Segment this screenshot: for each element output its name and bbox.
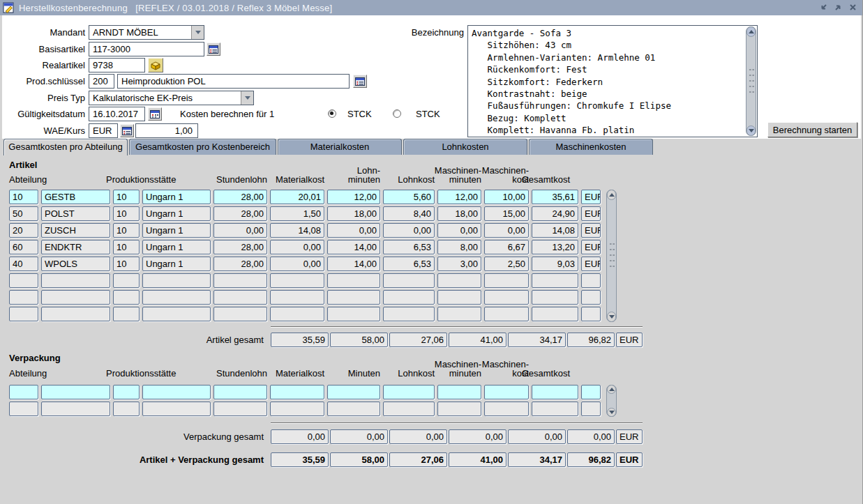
table-cell[interactable]: [484, 307, 529, 321]
restore-icon[interactable]: [833, 2, 843, 13]
table-cell[interactable]: [213, 385, 267, 399]
table-cell[interactable]: 0,00: [270, 240, 324, 254]
close-icon[interactable]: [848, 2, 858, 13]
kurs-input[interactable]: 1,00: [135, 123, 198, 138]
table-cell[interactable]: 8,40: [383, 206, 435, 221]
table-cell[interactable]: [327, 385, 380, 399]
table-cell[interactable]: 20,01: [270, 190, 324, 204]
table-cell[interactable]: [581, 273, 601, 288]
table-cell[interactable]: [41, 290, 110, 305]
tab-lohnkosten[interactable]: Lohnkosten: [403, 139, 527, 155]
table-cell[interactable]: EUR: [581, 257, 601, 271]
calendar-button[interactable]: [148, 107, 162, 121]
tab-gesamtkosten-pro-abteilung[interactable]: Gesamtkosten pro Abteilung: [3, 139, 128, 155]
table-cell[interactable]: Ungarn 1: [142, 257, 211, 271]
table-cell[interactable]: [327, 290, 380, 305]
table-cell[interactable]: 18,00: [327, 206, 380, 221]
table-cell[interactable]: EUR: [581, 206, 601, 221]
table-cell[interactable]: [484, 402, 529, 416]
table-cell[interactable]: [9, 290, 38, 305]
mandant-select[interactable]: ARNDT MÖBEL: [89, 25, 204, 40]
artikel-table-scrollbar[interactable]: [606, 190, 617, 322]
stck-radio-2[interactable]: [393, 109, 401, 118]
table-cell[interactable]: [484, 385, 529, 399]
table-cell[interactable]: [9, 307, 38, 321]
table-cell[interactable]: [581, 402, 601, 416]
table-cell[interactable]: [9, 273, 38, 288]
prodschluessel-name-input[interactable]: Heimproduktion POL: [117, 74, 350, 89]
stck-radio-1[interactable]: [328, 109, 336, 118]
table-cell[interactable]: 10: [113, 206, 140, 221]
table-cell[interactable]: 14,00: [327, 240, 380, 254]
table-cell[interactable]: 2,50: [484, 257, 529, 271]
bezeichnung-textarea[interactable]: Avantgarde - Sofa 3 Sitzhöhen: 43 cm Arm…: [467, 25, 758, 137]
table-cell[interactable]: 0,00: [213, 223, 267, 238]
minimize-icon[interactable]: [818, 2, 829, 13]
table-cell[interactable]: [327, 402, 380, 416]
table-cell[interactable]: [327, 307, 380, 321]
table-cell[interactable]: 28,00: [213, 190, 267, 204]
table-cell[interactable]: [437, 385, 481, 399]
table-cell[interactable]: [142, 273, 211, 288]
table-cell[interactable]: EUR: [581, 240, 601, 254]
chevron-down-icon[interactable]: [191, 26, 204, 39]
scroll-up-icon[interactable]: [746, 26, 756, 37]
table-cell[interactable]: [213, 290, 267, 305]
table-cell[interactable]: GESTB: [41, 190, 110, 204]
table-cell[interactable]: [437, 307, 481, 321]
table-cell[interactable]: [437, 273, 481, 288]
table-cell[interactable]: Ungarn 1: [142, 190, 211, 204]
chevron-down-icon[interactable]: [241, 91, 253, 105]
table-cell[interactable]: [41, 307, 110, 321]
realartikel-config-button[interactable]: [148, 58, 163, 72]
table-cell[interactable]: 0,00: [383, 223, 435, 238]
berechnung-starten-button[interactable]: Berechnung starten: [767, 122, 857, 137]
table-cell[interactable]: 10: [9, 190, 38, 204]
table-cell[interactable]: WPOLS: [41, 257, 110, 271]
table-cell[interactable]: 28,00: [213, 206, 267, 221]
table-cell[interactable]: 35,61: [532, 190, 578, 204]
table-cell[interactable]: [581, 290, 601, 305]
basisartikel-input[interactable]: 117-3000: [89, 42, 204, 56]
table-cell[interactable]: 5,60: [383, 190, 435, 204]
table-cell[interactable]: 10,00: [484, 190, 529, 204]
table-cell[interactable]: [437, 290, 481, 305]
table-cell[interactable]: [9, 402, 38, 416]
scroll-down-icon[interactable]: [607, 408, 616, 417]
tab-gesamtkosten-pro-kostenbereich[interactable]: Gesamtkosten pro Kostenbereich: [129, 139, 276, 155]
table-cell[interactable]: 18,00: [437, 206, 481, 221]
table-cell[interactable]: 14,08: [270, 223, 324, 238]
table-cell[interactable]: [383, 290, 435, 305]
titlebar[interactable]: Herstellkostenberechnung [REFLEX / 03.01…: [0, 0, 862, 15]
wae-lov-button[interactable]: [120, 124, 134, 137]
table-cell[interactable]: 10: [113, 240, 140, 254]
scroll-down-icon[interactable]: [746, 125, 756, 136]
table-cell[interactable]: 8,00: [437, 240, 481, 254]
table-cell[interactable]: [113, 290, 140, 305]
table-cell[interactable]: 12,00: [327, 190, 380, 204]
gueltigkeitsdatum-input[interactable]: 16.10.2017: [89, 107, 145, 121]
table-cell[interactable]: [327, 273, 380, 288]
table-cell[interactable]: 0,00: [327, 223, 380, 238]
scroll-up-icon[interactable]: [607, 385, 616, 394]
table-cell[interactable]: 24,90: [532, 206, 578, 221]
table-cell[interactable]: [484, 290, 529, 305]
table-cell[interactable]: [41, 273, 110, 288]
table-cell[interactable]: 10: [113, 257, 140, 271]
scroll-down-icon[interactable]: [607, 312, 616, 322]
table-cell[interactable]: [581, 307, 601, 321]
table-cell[interactable]: POLST: [41, 206, 110, 221]
table-cell[interactable]: 28,00: [213, 257, 267, 271]
table-cell[interactable]: 0,00: [270, 257, 324, 271]
table-cell[interactable]: [213, 307, 267, 321]
table-cell[interactable]: Ungarn 1: [142, 240, 211, 254]
table-cell[interactable]: [270, 290, 324, 305]
preistyp-select[interactable]: Kalkulatorische EK-Preis: [89, 91, 254, 105]
table-cell[interactable]: [437, 402, 481, 416]
table-cell[interactable]: 9,03: [532, 257, 578, 271]
table-cell[interactable]: [213, 273, 267, 288]
table-cell[interactable]: 10: [113, 223, 140, 238]
wae-input[interactable]: EUR: [89, 123, 118, 138]
table-cell[interactable]: [142, 290, 211, 305]
table-cell[interactable]: 20: [9, 223, 38, 238]
